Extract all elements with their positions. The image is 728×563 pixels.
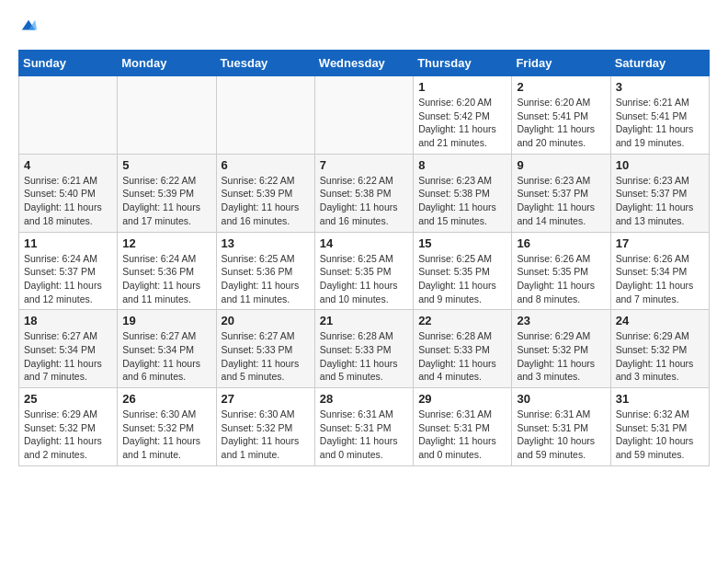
day-of-week-header: Thursday — [414, 51, 512, 76]
day-number: 3 — [616, 80, 704, 94]
logo-icon — [20, 18, 37, 35]
day-info: Sunrise: 6:31 AM Sunset: 5:31 PM Dayligh… — [418, 408, 506, 462]
calendar-cell: 16Sunrise: 6:26 AM Sunset: 5:35 PM Dayli… — [512, 232, 610, 310]
calendar-cell: 6Sunrise: 6:22 AM Sunset: 5:39 PM Daylig… — [216, 154, 314, 232]
day-number: 30 — [517, 392, 605, 406]
calendar-cell: 21Sunrise: 6:28 AM Sunset: 5:33 PM Dayli… — [314, 310, 413, 388]
day-info: Sunrise: 6:25 AM Sunset: 5:35 PM Dayligh… — [320, 252, 408, 306]
day-info: Sunrise: 6:22 AM Sunset: 5:39 PM Dayligh… — [222, 174, 310, 228]
day-info: Sunrise: 6:25 AM Sunset: 5:35 PM Dayligh… — [418, 252, 506, 306]
day-number: 7 — [320, 158, 408, 172]
calendar-cell: 18Sunrise: 6:27 AM Sunset: 5:34 PM Dayli… — [19, 310, 118, 388]
day-info: Sunrise: 6:26 AM Sunset: 5:34 PM Dayligh… — [616, 252, 704, 306]
calendar-cell: 2Sunrise: 6:20 AM Sunset: 5:41 PM Daylig… — [512, 76, 610, 155]
calendar-week-row: 1Sunrise: 6:20 AM Sunset: 5:42 PM Daylig… — [19, 76, 710, 155]
calendar-cell: 30Sunrise: 6:31 AM Sunset: 5:31 PM Dayli… — [512, 388, 610, 466]
day-info: Sunrise: 6:22 AM Sunset: 5:38 PM Dayligh… — [320, 174, 408, 228]
day-number: 26 — [122, 392, 210, 406]
day-info: Sunrise: 6:31 AM Sunset: 5:31 PM Dayligh… — [320, 408, 408, 462]
day-number: 24 — [616, 314, 704, 327]
calendar-cell: 13Sunrise: 6:25 AM Sunset: 5:36 PM Dayli… — [216, 232, 314, 310]
calendar-cell: 8Sunrise: 6:23 AM Sunset: 5:38 PM Daylig… — [414, 154, 512, 232]
day-of-week-header: Sunday — [19, 51, 118, 76]
day-info: Sunrise: 6:23 AM Sunset: 5:38 PM Dayligh… — [418, 174, 506, 228]
calendar-cell: 23Sunrise: 6:29 AM Sunset: 5:32 PM Dayli… — [512, 310, 610, 388]
calendar-cell — [19, 76, 118, 155]
day-info: Sunrise: 6:23 AM Sunset: 5:37 PM Dayligh… — [517, 174, 605, 228]
calendar-cell: 29Sunrise: 6:31 AM Sunset: 5:31 PM Dayli… — [414, 388, 512, 466]
day-info: Sunrise: 6:29 AM Sunset: 5:32 PM Dayligh… — [517, 329, 605, 384]
day-number: 29 — [418, 392, 506, 406]
day-number: 27 — [222, 392, 310, 406]
day-info: Sunrise: 6:21 AM Sunset: 5:41 PM Dayligh… — [616, 96, 704, 150]
calendar-week-row: 11Sunrise: 6:24 AM Sunset: 5:37 PM Dayli… — [19, 232, 710, 310]
day-number: 1 — [418, 80, 506, 94]
calendar-cell: 28Sunrise: 6:31 AM Sunset: 5:31 PM Dayli… — [314, 388, 413, 466]
day-info: Sunrise: 6:29 AM Sunset: 5:32 PM Dayligh… — [616, 329, 704, 384]
day-of-week-header: Monday — [118, 51, 216, 76]
calendar-cell: 5Sunrise: 6:22 AM Sunset: 5:39 PM Daylig… — [118, 154, 216, 232]
calendar-cell: 27Sunrise: 6:30 AM Sunset: 5:32 PM Dayli… — [216, 388, 314, 466]
day-info: Sunrise: 6:23 AM Sunset: 5:37 PM Dayligh… — [616, 174, 704, 228]
calendar-table: SundayMondayTuesdayWednesdayThursdayFrid… — [18, 50, 710, 466]
calendar-cell: 20Sunrise: 6:27 AM Sunset: 5:33 PM Dayli… — [216, 310, 314, 388]
day-info: Sunrise: 6:30 AM Sunset: 5:32 PM Dayligh… — [222, 408, 310, 462]
day-number: 10 — [616, 158, 704, 172]
day-number: 19 — [122, 314, 210, 327]
calendar-cell: 12Sunrise: 6:24 AM Sunset: 5:36 PM Dayli… — [118, 232, 216, 310]
calendar-cell — [314, 76, 413, 155]
day-number: 16 — [517, 236, 605, 250]
day-number: 4 — [24, 158, 112, 172]
day-info: Sunrise: 6:31 AM Sunset: 5:31 PM Dayligh… — [517, 408, 605, 462]
day-number: 15 — [418, 236, 506, 250]
day-number: 17 — [616, 236, 704, 250]
day-number: 20 — [222, 314, 310, 327]
day-info: Sunrise: 6:27 AM Sunset: 5:34 PM Dayligh… — [122, 329, 210, 384]
day-info: Sunrise: 6:24 AM Sunset: 5:36 PM Dayligh… — [122, 252, 210, 306]
day-number: 22 — [418, 314, 506, 327]
day-info: Sunrise: 6:28 AM Sunset: 5:33 PM Dayligh… — [418, 329, 506, 384]
calendar-cell: 11Sunrise: 6:24 AM Sunset: 5:37 PM Dayli… — [19, 232, 118, 310]
day-number: 6 — [222, 158, 310, 172]
day-number: 28 — [320, 392, 408, 406]
day-number: 8 — [418, 158, 506, 172]
day-info: Sunrise: 6:25 AM Sunset: 5:36 PM Dayligh… — [222, 252, 310, 306]
calendar-cell: 24Sunrise: 6:29 AM Sunset: 5:32 PM Dayli… — [610, 310, 709, 388]
calendar-cell: 14Sunrise: 6:25 AM Sunset: 5:35 PM Dayli… — [314, 232, 413, 310]
day-of-week-header: Tuesday — [216, 51, 314, 76]
calendar-cell: 3Sunrise: 6:21 AM Sunset: 5:41 PM Daylig… — [610, 76, 709, 155]
day-number: 23 — [517, 314, 605, 327]
day-info: Sunrise: 6:27 AM Sunset: 5:34 PM Dayligh… — [24, 329, 112, 384]
day-info: Sunrise: 6:20 AM Sunset: 5:41 PM Dayligh… — [517, 96, 605, 150]
calendar-cell: 15Sunrise: 6:25 AM Sunset: 5:35 PM Dayli… — [414, 232, 512, 310]
calendar-cell — [216, 76, 314, 155]
day-of-week-header: Friday — [512, 51, 610, 76]
calendar-header-row: SundayMondayTuesdayWednesdayThursdayFrid… — [19, 51, 710, 76]
day-info: Sunrise: 6:20 AM Sunset: 5:42 PM Dayligh… — [418, 96, 506, 150]
calendar-cell: 17Sunrise: 6:26 AM Sunset: 5:34 PM Dayli… — [610, 232, 709, 310]
day-of-week-header: Wednesday — [314, 51, 413, 76]
calendar-cell: 25Sunrise: 6:29 AM Sunset: 5:32 PM Dayli… — [19, 388, 118, 466]
day-info: Sunrise: 6:29 AM Sunset: 5:32 PM Dayligh… — [24, 408, 112, 462]
calendar-week-row: 25Sunrise: 6:29 AM Sunset: 5:32 PM Dayli… — [19, 388, 710, 466]
day-info: Sunrise: 6:24 AM Sunset: 5:37 PM Dayligh… — [24, 252, 112, 306]
day-info: Sunrise: 6:22 AM Sunset: 5:39 PM Dayligh… — [122, 174, 210, 228]
calendar-cell: 4Sunrise: 6:21 AM Sunset: 5:40 PM Daylig… — [19, 154, 118, 232]
day-number: 12 — [122, 236, 210, 250]
day-number: 2 — [517, 80, 605, 94]
calendar-cell: 31Sunrise: 6:32 AM Sunset: 5:31 PM Dayli… — [610, 388, 709, 466]
day-info: Sunrise: 6:21 AM Sunset: 5:40 PM Dayligh… — [24, 174, 112, 228]
page-header — [18, 18, 710, 35]
day-number: 9 — [517, 158, 605, 172]
day-number: 14 — [320, 236, 408, 250]
day-number: 5 — [122, 158, 210, 172]
calendar-cell: 10Sunrise: 6:23 AM Sunset: 5:37 PM Dayli… — [610, 154, 709, 232]
day-info: Sunrise: 6:26 AM Sunset: 5:35 PM Dayligh… — [517, 252, 605, 306]
day-of-week-header: Saturday — [610, 51, 709, 76]
day-number: 11 — [24, 236, 112, 250]
calendar-week-row: 4Sunrise: 6:21 AM Sunset: 5:40 PM Daylig… — [19, 154, 710, 232]
calendar-cell: 19Sunrise: 6:27 AM Sunset: 5:34 PM Dayli… — [118, 310, 216, 388]
calendar-cell: 22Sunrise: 6:28 AM Sunset: 5:33 PM Dayli… — [414, 310, 512, 388]
day-number: 13 — [222, 236, 310, 250]
day-info: Sunrise: 6:30 AM Sunset: 5:32 PM Dayligh… — [122, 408, 210, 462]
